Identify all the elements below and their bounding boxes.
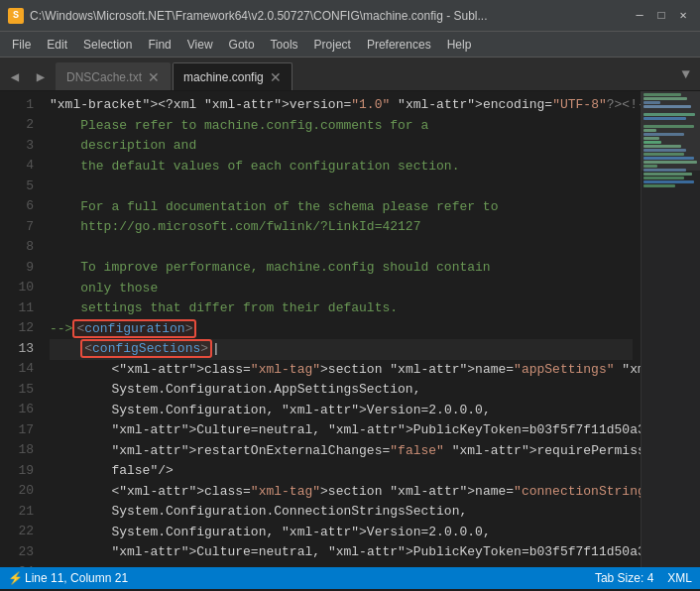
code-line-21: System.Configuration.ConnectionStringsSe…	[50, 502, 633, 523]
line-num-17: 17	[0, 420, 34, 441]
code-line-13: <configSections>|	[50, 339, 633, 360]
line-num-5: 5	[0, 177, 34, 197]
title-bar: S C:\Windows\Microsoft.NET\Framework64\v…	[0, 0, 700, 32]
line-num-24: 24	[0, 563, 34, 568]
close-button[interactable]: ✕	[674, 7, 692, 25]
code-line-7: http://go.microsoft.com/fwlink/?LinkId=4…	[50, 217, 633, 238]
code-line-1: "xml-bracket"><?xml "xml-attr">version="…	[50, 95, 633, 116]
menu-bar: FileEditSelectionFindViewGotoToolsProjec…	[0, 32, 700, 58]
menu-item-view[interactable]: View	[179, 35, 221, 55]
menu-item-find[interactable]: Find	[140, 35, 178, 55]
line-num-7: 7	[0, 217, 34, 238]
status-branch-icon: ⚡	[8, 571, 23, 585]
minimap-line	[643, 180, 694, 183]
editor-area: 123456789101112131415161718192021222324 …	[0, 91, 700, 567]
minimap-line	[643, 177, 684, 179]
code-line-3: description and	[50, 136, 633, 157]
app-icon: S	[8, 8, 24, 24]
minimap-line	[643, 173, 692, 176]
tab-prev-button[interactable]: ◀	[4, 62, 26, 90]
code-line-18: "xml-attr">restartOnExternalChanges="fal…	[50, 441, 633, 462]
minimap-line	[643, 184, 675, 187]
line-num-18: 18	[0, 441, 34, 462]
status-left: ⚡ Line 11, Column 21	[8, 571, 128, 585]
line-num-23: 23	[0, 542, 34, 563]
line-num-10: 10	[0, 279, 34, 299]
line-num-9: 9	[0, 258, 34, 279]
status-bar: ⚡ Line 11, Column 21 Tab Size: 4 XML	[0, 567, 700, 589]
code-line-8	[50, 238, 633, 259]
line-num-6: 6	[0, 197, 34, 218]
menu-item-preferences[interactable]: Preferences	[359, 35, 439, 55]
line-num-19: 19	[0, 461, 34, 482]
code-line-17: "xml-attr">Culture=neutral, "xml-attr">P…	[50, 420, 633, 441]
minimize-button[interactable]: ─	[631, 7, 648, 25]
code-line-16: System.Configuration, "xml-attr">Version…	[50, 401, 633, 421]
line-num-21: 21	[0, 502, 34, 523]
code-line-20: <"xml-attr">class="xml-tag">section "xml…	[50, 482, 633, 503]
code-line-24: "xml-attr">requirePermission="false"/>	[50, 563, 633, 568]
code-line-5	[50, 177, 633, 197]
menu-item-project[interactable]: Project	[306, 35, 359, 55]
line-num-2: 2	[0, 116, 34, 137]
menu-item-edit[interactable]: Edit	[39, 35, 75, 55]
status-position: Line 11, Column 21	[25, 571, 128, 585]
status-tab-size: Tab Size: 4	[595, 571, 653, 585]
line-num-20: 20	[0, 482, 34, 503]
tab-dnscachetxt[interactable]: DNSCache.txt✕	[56, 62, 171, 90]
line-num-3: 3	[0, 136, 34, 157]
code-line-2: Please refer to machine.config.comments …	[50, 116, 633, 137]
code-line-15: System.Configuration.AppSettingsSection,	[50, 380, 633, 401]
line-num-1: 1	[0, 95, 34, 116]
code-line-23: "xml-attr">Culture=neutral, "xml-attr">P…	[50, 542, 633, 563]
window-title: C:\Windows\Microsoft.NET\Framework64\v2.…	[30, 9, 631, 23]
line-num-8: 8	[0, 238, 34, 259]
line-num-11: 11	[0, 298, 34, 319]
code-line-11: settings that differ from their defaults…	[50, 298, 633, 319]
code-line-12: --><configuration>	[50, 319, 633, 340]
menu-item-help[interactable]: Help	[439, 35, 480, 55]
menu-item-goto[interactable]: Goto	[221, 35, 263, 55]
code-line-10: only those	[50, 279, 633, 299]
status-right: Tab Size: 4 XML	[595, 571, 692, 585]
line-num-12: 12	[0, 319, 34, 340]
line-num-15: 15	[0, 380, 34, 401]
line-num-22: 22	[0, 523, 34, 543]
tab-machineconfig[interactable]: machine.config✕	[173, 62, 292, 90]
code-line-22: System.Configuration, "xml-attr">Version…	[50, 523, 633, 543]
code-line-19: false"/>	[50, 461, 633, 482]
line-numbers: 123456789101112131415161718192021222324	[0, 91, 42, 567]
code-line-9: To improve performance, machine.config s…	[50, 258, 633, 279]
window-controls: ─ □ ✕	[631, 7, 692, 25]
line-num-16: 16	[0, 401, 34, 421]
code-line-4: the default values of each configuration…	[50, 157, 633, 177]
menu-item-tools[interactable]: Tools	[263, 35, 306, 55]
tab-bar: ◀ ▶ DNSCache.txt✕machine.config✕▼	[0, 58, 700, 91]
line-num-13: 13	[0, 339, 34, 360]
code-line-6: For a full documentation of the schema p…	[50, 197, 633, 218]
tab-overflow-button[interactable]: ▼	[676, 66, 696, 82]
maximize-button[interactable]: □	[652, 7, 670, 25]
code-line-14: <"xml-attr">class="xml-tag">section "xml…	[50, 360, 633, 381]
line-num-4: 4	[0, 157, 34, 177]
code-editor[interactable]: "xml-bracket"><?xml "xml-attr">version="…	[42, 91, 641, 567]
status-encoding: XML	[667, 571, 692, 585]
menu-item-selection[interactable]: Selection	[75, 35, 140, 55]
minimap-viewport	[642, 91, 700, 171]
minimap	[641, 91, 700, 567]
line-num-14: 14	[0, 360, 34, 381]
menu-item-file[interactable]: File	[4, 35, 39, 55]
tab-next-button[interactable]: ▶	[30, 62, 52, 90]
